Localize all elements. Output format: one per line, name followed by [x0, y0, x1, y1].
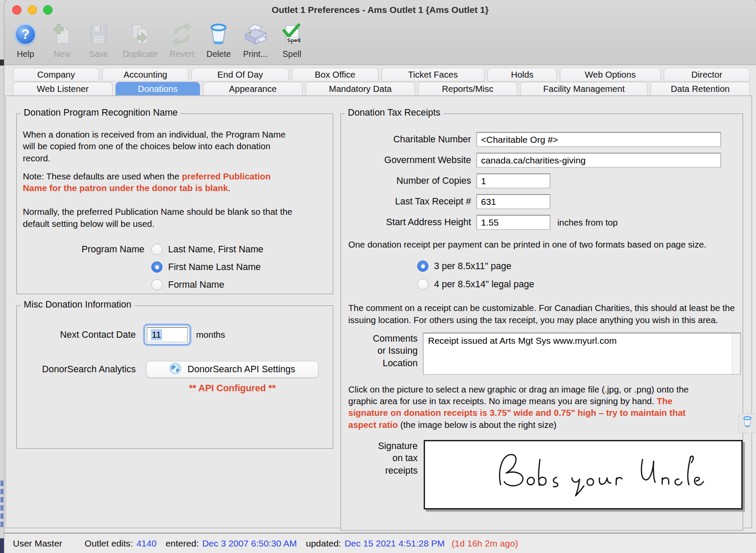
- next-contact-date-label: Next Contact Date: [17, 330, 136, 340]
- entered-label: entered:: [166, 538, 199, 549]
- toolbar: ? Help New: [13, 21, 304, 59]
- tab-accounting[interactable]: Accounting: [102, 68, 188, 82]
- groupbox-legend: Donation Tax Receipts: [345, 107, 444, 118]
- signature-on-tax-receipts-label: Signature on tax receipts: [373, 440, 418, 509]
- comments-textarea[interactable]: Receipt issued at Arts Mgt Sys www.myurl…: [423, 333, 741, 375]
- print-button[interactable]: Print...: [243, 21, 268, 59]
- outlet-edits-value: 4140: [136, 538, 156, 549]
- revert-icon: [170, 21, 194, 48]
- outlet-edits-label: Outlet edits:: [84, 538, 133, 549]
- duplicate-icon: [129, 21, 152, 48]
- last-tax-receipt-input[interactable]: [476, 194, 550, 209]
- signature-image-well[interactable]: [424, 440, 743, 509]
- radio-4-per-legal-page[interactable]: [417, 279, 428, 290]
- signature-image: [491, 445, 706, 504]
- tab-row-1: Company Accounting End Of Day Box Office…: [13, 68, 750, 82]
- donation-tax-receipts-groupbox: Donation Tax Receipts Charitable Number …: [341, 113, 743, 531]
- clear-signature-button[interactable]: [738, 413, 756, 433]
- titlebar: Outlet 1 Preferences - Ams Outlet 1 {Ams…: [4, 0, 756, 19]
- save-icon: [87, 21, 110, 48]
- tab-holds[interactable]: Holds: [487, 68, 557, 82]
- donorsearch-api-settings-button[interactable]: DonorSearch API Settings: [146, 361, 319, 378]
- tab-mandatory-data[interactable]: Mandatory Data: [306, 82, 415, 96]
- api-configured-status: ** API Configured **: [146, 383, 319, 394]
- recognition-description: When a donation is received from an indi…: [23, 129, 296, 164]
- tab-director[interactable]: Director: [664, 68, 750, 82]
- page-format-radio-group: 3 per 8.5x11" page 4 per 8.5x14" legal p…: [417, 257, 743, 293]
- preferences-window: Outlet 1 Preferences - Ams Outlet 1 {Ams…: [4, 0, 756, 553]
- charitable-number-label: Charitable Number: [346, 134, 471, 145]
- radio-last-first[interactable]: [151, 244, 162, 255]
- tab-facility-management[interactable]: Facility Management: [520, 82, 647, 96]
- receipt-comment-description: The comment on a receipt can be customiz…: [348, 302, 735, 326]
- donorsearch-button-label: DonorSearch API Settings: [187, 364, 295, 375]
- tab-appearance[interactable]: Appearance: [203, 82, 303, 96]
- start-address-height-label: Start Address Height: [346, 217, 471, 228]
- updated-ago-badge: (1d 16h 2m ago): [452, 538, 518, 549]
- background-window-sliver: [0, 0, 4, 553]
- statusbar: User Master Outlet edits: 4140 entered: …: [4, 534, 756, 553]
- tab-box-office[interactable]: Box Office: [292, 68, 378, 82]
- globe-icon: [169, 362, 181, 377]
- charitable-number-input[interactable]: [476, 132, 721, 147]
- receipt-formats-intro: One donation receipt per payment can be …: [348, 239, 735, 250]
- program-name-label: Program Name: [41, 244, 144, 255]
- window-chrome: Outlet 1 Preferences - Ams Outlet 1 {Ams…: [4, 0, 756, 65]
- tab-donations[interactable]: Donations: [116, 82, 200, 96]
- tab-ticket-faces[interactable]: Ticket Faces: [381, 68, 485, 82]
- tab-data-retention[interactable]: Data Retention: [650, 82, 750, 96]
- last-tax-receipt-label: Last Tax Receipt #: [346, 196, 471, 207]
- donations-tab-panel: Donation Program Recognition Name When a…: [5, 95, 752, 528]
- statusbar-user: User Master: [13, 538, 62, 549]
- updated-label: updated:: [306, 538, 341, 549]
- start-address-height-input[interactable]: [476, 215, 550, 230]
- government-website-label: Government Website: [346, 155, 471, 166]
- spell-check-icon: Spell: [281, 21, 303, 48]
- svg-text:Spell: Spell: [287, 37, 300, 44]
- spell-button[interactable]: Spell Spell: [279, 21, 304, 59]
- delete-button[interactable]: Delete: [206, 21, 231, 59]
- tab-row-2: Web Listener Donations Appearance Mandat…: [13, 82, 750, 96]
- groupbox-legend: Donation Program Recognition Name: [21, 107, 181, 118]
- number-of-copies-label: Number of Copies: [346, 176, 471, 186]
- comments-issuing-location-label: Comments or Issuing Location: [366, 333, 418, 375]
- radio-3-per-letter-page[interactable]: [417, 261, 428, 272]
- comments-scrollbar[interactable]: [732, 333, 740, 374]
- print-icon: [243, 21, 268, 48]
- number-of-copies-input[interactable]: [476, 173, 550, 189]
- revert-button[interactable]: Revert: [169, 21, 194, 59]
- recognition-note: Note: These defaults are used when the p…: [23, 170, 296, 194]
- entered-timestamp: Dec 3 2007 6:50:30 AM: [202, 538, 297, 549]
- tab-reports-misc[interactable]: Reports/Misc: [418, 82, 518, 96]
- misc-donation-information-groupbox: Misc Donation Information Next Contact D…: [16, 305, 333, 449]
- donation-program-recognition-groupbox: Donation Program Recognition Name When a…: [16, 113, 333, 294]
- tab-web-listener[interactable]: Web Listener: [13, 82, 112, 96]
- tab-web-options[interactable]: Web Options: [560, 68, 661, 82]
- program-name-radio-group: Program Name Last Name, First Name First…: [23, 241, 296, 294]
- radio-formal-name[interactable]: [151, 279, 162, 290]
- small-trash-icon: [742, 415, 753, 431]
- inches-from-top-label: inches from top: [557, 217, 618, 228]
- delete-trash-icon: [208, 21, 229, 48]
- next-contact-date-focus-ring: 11: [145, 326, 189, 344]
- radio-first-last[interactable]: [151, 261, 162, 273]
- help-button[interactable]: ? Help: [13, 21, 38, 59]
- duplicate-button[interactable]: Duplicate: [123, 21, 158, 59]
- tab-end-of-day[interactable]: End Of Day: [191, 68, 289, 82]
- new-document-icon: [51, 21, 73, 48]
- donorsearch-analytics-label: DonorSearch Analytics: [17, 364, 136, 375]
- groupbox-legend: Misc Donation Information: [21, 299, 134, 310]
- tab-company[interactable]: Company: [13, 68, 99, 82]
- government-website-input[interactable]: [476, 153, 721, 168]
- next-contact-date-input[interactable]: 11: [147, 327, 188, 342]
- new-button[interactable]: New: [50, 21, 75, 59]
- save-button[interactable]: Save: [86, 21, 111, 59]
- updated-timestamp: Dec 15 2021 4:51:28 PM: [344, 538, 444, 549]
- recognition-normally-text: Normally, the preferred Publication Name…: [23, 206, 296, 229]
- months-label: months: [196, 330, 225, 340]
- window-title: Outlet 1 Preferences - Ams Outlet 1 {Ams…: [4, 5, 756, 15]
- help-icon: ?: [15, 21, 36, 48]
- signature-graphic-instructions: Click on the picture to select a new gra…: [348, 383, 735, 430]
